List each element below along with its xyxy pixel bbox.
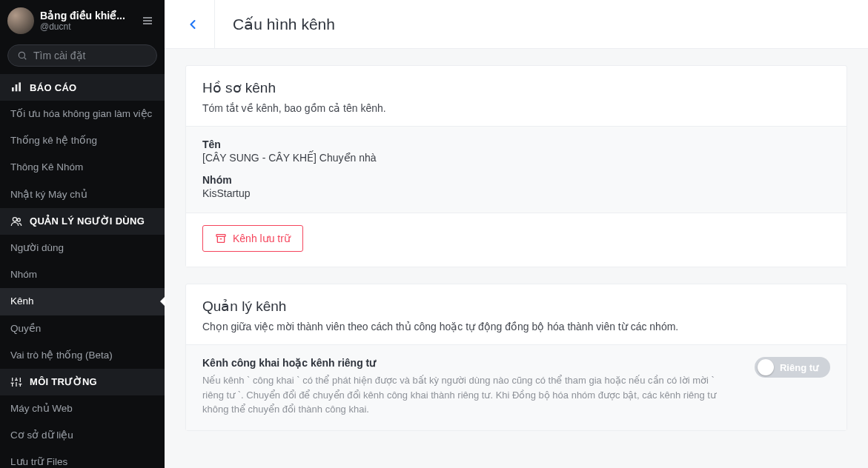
sidebar-item-label: Thông Kê Nhóm <box>10 161 83 173</box>
sidebar-item-group-stats[interactable]: Thông Kê Nhóm <box>0 154 165 181</box>
svg-rect-5 <box>12 87 14 91</box>
toggle-title: Kênh công khai hoặc kênh riêng tư <box>202 357 734 369</box>
sidebar-item-server-logs[interactable]: Nhật ký Máy chủ <box>0 181 165 208</box>
hamburger-menu-button[interactable] <box>138 11 157 30</box>
archive-icon <box>215 233 227 244</box>
sidebar-item-label: Tối ưu hóa không gian làm việc <box>10 108 152 119</box>
bar-chart-icon <box>10 81 22 93</box>
archive-channel-button[interactable]: Kênh lưu trữ <box>202 225 303 252</box>
sidebar-item-system-roles[interactable]: Vai trò hệ thống (Beta) <box>0 342 165 369</box>
toggle-knob <box>758 359 774 375</box>
sidebar-item-users[interactable]: Người dùng <box>0 235 165 261</box>
card-title: Hồ sơ kênh <box>202 79 830 96</box>
back-area <box>170 0 215 48</box>
toggle-text: Kênh công khai hoặc kênh riêng tư Nếu kê… <box>202 357 734 417</box>
sidebar-section-label: QUẢN LÝ NGƯỜI DÙNG <box>30 215 145 227</box>
card-subtitle: Chọn giữa việc mời thành viên theo cách … <box>202 321 830 332</box>
sidebar-item-workspace-optimizer[interactable]: Tối ưu hóa không gian làm việc <box>0 101 165 127</box>
workspace-title: Bảng điều khiể... <box>40 10 138 21</box>
sidebar-header: Bảng điều khiể... @ducnt <box>0 0 165 40</box>
svg-rect-6 <box>16 84 18 91</box>
sliders-icon <box>10 376 22 388</box>
sidebar-item-label: Máy chủ Web <box>10 403 73 414</box>
card-head: Quản lý kênh Chọn giữa việc mời thành vi… <box>186 284 847 344</box>
toggle-state-label: Riêng tư <box>774 362 827 373</box>
users-icon <box>10 215 22 227</box>
sidebar-item-label: Nhật ký Máy chủ <box>10 189 87 200</box>
button-label: Kênh lưu trữ <box>233 233 291 244</box>
card-subtitle: Tóm tắt về kênh, bao gồm cả tên kênh. <box>202 102 830 114</box>
card-body: Tên [CÂY SUNG - CÂY KHẾ] Chuyển nhà Nhóm… <box>186 126 847 213</box>
sidebar-item-permissions[interactable]: Quyền <box>0 315 165 342</box>
card-channel-management: Quản lý kênh Chọn giữa việc mời thành vi… <box>185 284 847 431</box>
card-title: Quản lý kênh <box>202 298 830 315</box>
sidebar-item-database[interactable]: Cơ sở dữ liệu <box>0 422 165 449</box>
sidebar-item-label: Cơ sở dữ liệu <box>10 429 73 441</box>
sidebar: Bảng điều khiể... @ducnt BÁO CÁO Tối ưu … <box>0 0 165 468</box>
svg-point-3 <box>19 52 24 58</box>
svg-rect-19 <box>216 235 225 237</box>
avatar[interactable] <box>7 7 34 34</box>
field-label: Nhóm <box>202 174 830 186</box>
sidebar-section-label: MÔI TRƯỜNG <box>30 376 97 387</box>
field-value: [CÂY SUNG - CÂY KHẾ] Chuyển nhà <box>202 152 830 164</box>
sidebar-section-reports[interactable]: BÁO CÁO <box>0 74 165 101</box>
card-channel-profile: Hồ sơ kênh Tóm tắt về kênh, bao gồm cả t… <box>185 65 847 267</box>
sidebar-section-label: BÁO CÁO <box>30 82 77 93</box>
field-channel-name: Tên [CÂY SUNG - CÂY KHẾ] Chuyển nhà <box>202 138 830 164</box>
svg-point-8 <box>13 218 16 221</box>
field-channel-group: Nhóm KisStartup <box>202 174 830 199</box>
sidebar-item-web-server[interactable]: Máy chủ Web <box>0 395 165 422</box>
search-input[interactable] <box>33 50 148 61</box>
sidebar-section-user-mgmt[interactable]: QUẢN LÝ NGƯỜI DÙNG <box>0 208 165 235</box>
main: Cấu hình kênh Hồ sơ kênh Tóm tắt về kênh… <box>165 0 868 468</box>
card-actions: Kênh lưu trữ <box>186 213 847 267</box>
sidebar-item-groups[interactable]: Nhóm <box>0 261 165 288</box>
field-label: Tên <box>202 138 830 150</box>
svg-point-9 <box>17 218 20 221</box>
sidebar-item-label: Quyền <box>10 323 41 334</box>
search-icon <box>17 50 27 61</box>
card-head: Hồ sơ kênh Tóm tắt về kênh, bao gồm cả t… <box>186 66 847 126</box>
sidebar-item-label: Lưu trữ Files <box>10 456 67 467</box>
sidebar-item-system-stats[interactable]: Thống kê hệ thống <box>0 127 165 154</box>
sidebar-user-block: Bảng điều khiể... @ducnt <box>40 10 138 32</box>
row-privacy-toggle: Kênh công khai hoặc kênh riêng tư Nếu kê… <box>186 344 847 430</box>
content-scroll[interactable]: Hồ sơ kênh Tóm tắt về kênh, bao gồm cả t… <box>165 49 868 468</box>
sidebar-search-wrap <box>0 40 165 74</box>
privacy-toggle-switch[interactable]: Riêng tư <box>755 357 830 378</box>
sidebar-item-label: Nhóm <box>10 269 37 280</box>
sidebar-item-label: Người dùng <box>10 242 64 253</box>
sidebar-item-label: Thống kê hệ thống <box>10 135 97 146</box>
svg-line-4 <box>24 58 27 60</box>
toggle-description: Nếu kênh ` công khai ` có thể phát hiện … <box>202 373 734 417</box>
field-value: KisStartup <box>202 187 830 199</box>
sidebar-item-label: Vai trò hệ thống (Beta) <box>10 350 113 361</box>
sidebar-item-file-storage[interactable]: Lưu trữ Files <box>0 449 165 468</box>
user-handle: @ducnt <box>40 21 138 32</box>
sidebar-item-channels[interactable]: Kênh <box>0 288 165 315</box>
svg-rect-7 <box>19 82 21 91</box>
sidebar-search[interactable] <box>7 44 157 67</box>
topbar: Cấu hình kênh <box>165 0 868 49</box>
sidebar-section-environment[interactable]: MÔI TRƯỜNG <box>0 369 165 395</box>
chevron-left-icon <box>185 17 200 32</box>
back-button[interactable] <box>182 13 204 36</box>
sidebar-item-label: Kênh <box>10 295 34 307</box>
menu-icon <box>142 15 153 27</box>
page-title: Cấu hình kênh <box>233 16 335 33</box>
